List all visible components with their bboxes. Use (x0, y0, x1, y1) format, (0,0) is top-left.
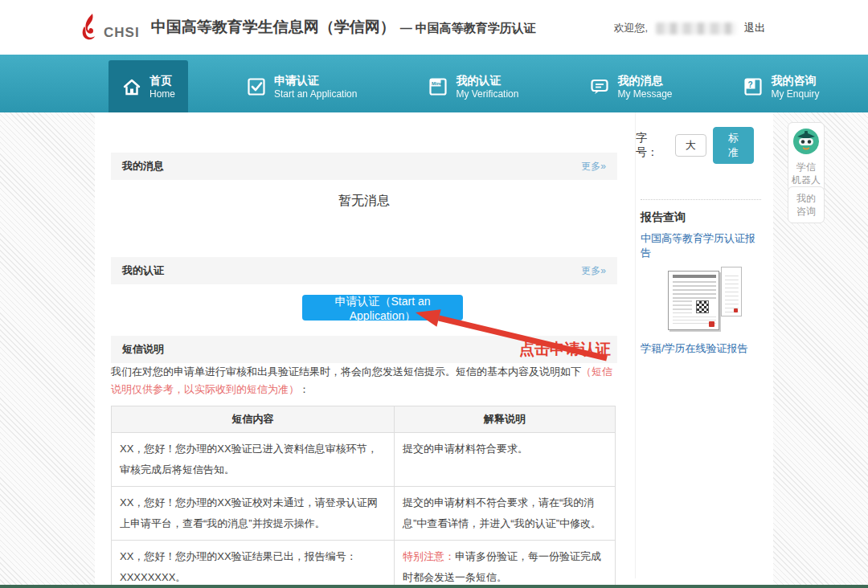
nav-spacer (370, 55, 415, 112)
report-query-heading: 报告查询 (641, 210, 686, 225)
fontsize-standard-button[interactable]: 标准 (713, 127, 754, 164)
messages-section-header: 我的消息 更多» (111, 153, 617, 180)
explain-cell: 提交的申请材料不符合要求，请在“我的消息”中查看详情，并进入“我的认证”中修改。 (395, 487, 616, 541)
no-messages-text: 暂无消息 (111, 193, 617, 210)
user-name-redacted (656, 22, 736, 35)
nav-verification-en: My Verification (456, 88, 518, 100)
nav-item-my-enquiry[interactable]: ? 我的咨询 My Enquiry (730, 60, 832, 112)
sms-table: 短信内容 解释说明 XX，您好！您办理的XX验证已进入资料信息审核环节，审核完成… (111, 406, 616, 588)
special-note-label: 特别注意： (403, 550, 455, 562)
nav-apply-zh: 申请认证 (274, 73, 357, 88)
table-row: XX，您好！您办理的XX验证结果已出，报告编号：XXXXXXXX。特别注意：申请… (112, 541, 616, 588)
nav-item-home[interactable]: 首页 Home (108, 60, 188, 112)
sms-table-body: XX，您好！您办理的XX验证已进入资料信息审核环节，审核完成后将短信告知。提交的… (112, 433, 616, 588)
nav-spacer (0, 55, 108, 112)
nav-item-my-verification[interactable]: Mine 我的认证 My Verification (415, 60, 531, 112)
sms-intro-tail: ： (299, 383, 309, 395)
messages-section-title: 我的消息 (122, 159, 164, 174)
header: CHSI 中国高等教育学生信息网（学信网） — 中国高等教育学历认证 欢迎您, … (0, 0, 868, 55)
nav-enquiry-zh: 我的咨询 (771, 73, 819, 88)
footer-top-bar (0, 585, 868, 588)
fontsize-label: 字号： (636, 131, 669, 160)
nav-spacer (685, 55, 730, 112)
robot-label-line2: 机器人 (790, 174, 822, 186)
verification-section-header: 我的认证 更多» (111, 257, 617, 284)
sms-intro-normal: 我们在对您的申请单进行审核和出具验证结果时，将会向您发送短信提示。短信的基本内容… (111, 365, 581, 378)
red-seal-icon (734, 308, 738, 312)
fontsize-switcher: 字号： 大 标准 (636, 127, 754, 164)
degree-report-link[interactable]: 中国高等教育学历认证报告 (641, 231, 765, 260)
user-area: 欢迎您, 退出 (613, 21, 765, 35)
nav-home-zh: 首页 (149, 73, 175, 88)
robot-avatar-icon (792, 128, 820, 155)
nav-message-en: My Message (617, 88, 672, 100)
site-title-main: 中国高等教育学生信息网（学信网） (151, 17, 395, 38)
svg-text:Mine: Mine (432, 80, 443, 85)
my-enquiry-widget[interactable]: 我的 咨询 (788, 186, 825, 223)
annotation-text: 点击申请认证 (519, 339, 611, 360)
table-row: XX，您好！您办理的XX验证已进入资料信息审核环节，审核完成后将短信告知。提交的… (112, 433, 616, 487)
explain-cell: 特别注意：申请多份验证，每一份验证完成时都会发送一条短信。 (395, 541, 616, 588)
messages-more-link[interactable]: 更多» (581, 160, 606, 174)
enquiry-label-line1: 我的 (790, 192, 822, 205)
nav-item-start-application[interactable]: 申请认证 Start an Application (233, 60, 370, 112)
verification-section-title: 我的认证 (122, 263, 164, 278)
sms-content-cell: XX，您好！您办理的XX验证结果已出，报告编号：XXXXXXXX。 (112, 541, 395, 588)
main-nav: 首页 Home 申请认证 Start an Application Mine (0, 55, 868, 112)
report-page-front (668, 271, 719, 330)
report-form-lines (673, 281, 716, 299)
svg-text:?: ? (748, 80, 753, 88)
table-row: XX，您好！您办理的XX验证校对未通过，请登录认证网上申请平台，查看“我的消息”… (112, 487, 616, 541)
chsi-logo-text: CHSI (104, 25, 140, 41)
site-title: 中国高等教育学生信息网（学信网） — 中国高等教育学历认证 (151, 17, 536, 38)
sms-content-cell: XX，您好！您办理的XX验证已进入资料信息审核环节，审核完成后将短信告知。 (112, 433, 395, 487)
robot-label-line1: 学信 (790, 161, 822, 174)
logout-link[interactable]: 退出 (744, 21, 765, 35)
chsi-robot-widget[interactable]: 学信 机器人 (788, 122, 825, 192)
divider (641, 199, 761, 200)
enquiry-label-line2: 咨询 (790, 205, 822, 218)
qr-code-icon (696, 300, 709, 313)
nav-home-en: Home (149, 88, 175, 100)
main-panel: 我的消息 更多» 暂无消息 我的认证 更多» 申请认证（Start an App… (95, 112, 773, 585)
home-icon (121, 76, 142, 97)
chsi-logo-icon (76, 12, 102, 43)
nav-spacer (531, 55, 576, 112)
online-verification-report-link[interactable]: 学籍/学历在线验证报告 (641, 341, 748, 356)
welcome-label: 欢迎您, (613, 21, 648, 35)
mine-tag-icon: Mine (428, 76, 448, 97)
sms-intro-paragraph: 我们在对您的申请单进行审核和出具验证结果时，将会向您发送短信提示。短信的基本内容… (111, 363, 616, 398)
nav-item-my-message[interactable]: 我的消息 My Message (576, 60, 685, 112)
red-seal-icon (709, 321, 714, 327)
nav-spacer (188, 55, 233, 112)
apply-check-icon (246, 76, 267, 97)
right-sidebar: 字号： 大 标准 报告查询 中国高等教育学历认证报告 学籍/学历在线验证报告 (635, 112, 765, 578)
sms-table-header-explain: 解释说明 (395, 406, 616, 433)
sms-table-header-row: 短信内容 解释说明 (112, 406, 616, 433)
sms-section-title: 短信说明 (122, 342, 164, 357)
sms-table-header-content: 短信内容 (112, 406, 395, 433)
report-thumbnail[interactable] (668, 267, 742, 334)
verification-more-link[interactable]: 更多» (581, 264, 606, 278)
site-subtitle: — 中国高等教育学历认证 (400, 21, 536, 36)
start-application-button[interactable]: 申请认证（Start an Application） (302, 295, 463, 321)
explain-cell: 提交的申请材料符合要求。 (395, 433, 616, 487)
report-page-back (721, 267, 742, 316)
sms-content-cell: XX，您好！您办理的XX验证校对未通过，请登录认证网上申请平台，查看“我的消息”… (112, 487, 395, 541)
message-bubble-icon (589, 76, 610, 97)
report-form-lines (673, 300, 692, 313)
enquiry-question-icon: ? (743, 76, 764, 97)
chsi-logo[interactable]: CHSI (76, 12, 140, 43)
page: CHSI 中国高等教育学生信息网（学信网） — 中国高等教育学历认证 欢迎您, … (0, 0, 868, 588)
fontsize-large-button[interactable]: 大 (675, 134, 706, 157)
nav-apply-en: Start an Application (274, 88, 357, 100)
nav-verification-zh: 我的认证 (456, 73, 518, 88)
report-title-line (673, 275, 716, 278)
nav-message-zh: 我的消息 (617, 73, 672, 88)
nav-enquiry-en: My Enquiry (771, 88, 819, 100)
